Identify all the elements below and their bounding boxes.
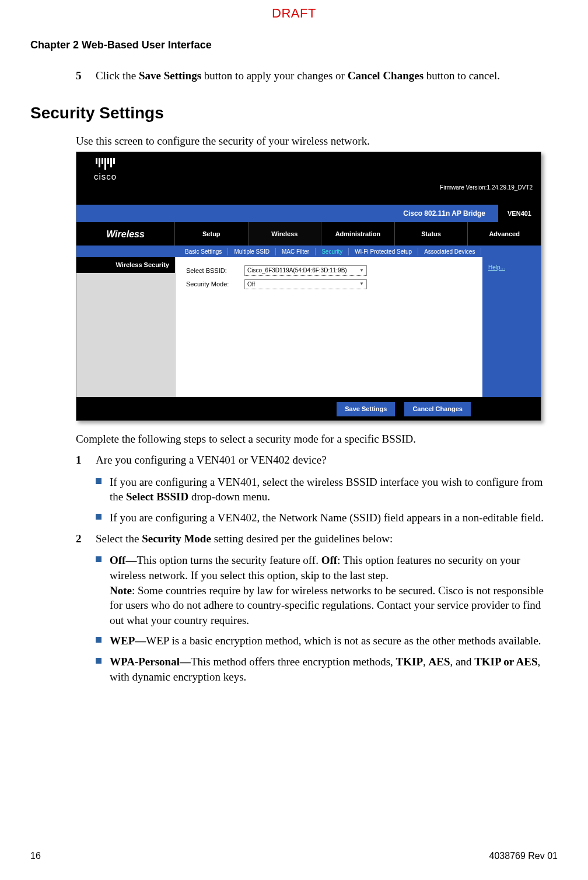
page-number: 16 xyxy=(30,850,41,863)
t: This option turns the security feature o… xyxy=(136,554,321,566)
subnav-basic[interactable]: Basic Settings xyxy=(179,248,228,256)
form-area: Select BSSID: Cisco_6F3D119A(54:D4:6F:3D… xyxy=(176,257,482,397)
t: : Some countries require by law for wire… xyxy=(110,584,544,626)
tab-status[interactable]: Status xyxy=(394,222,468,246)
label-security-mode: Security Mode: xyxy=(186,280,244,289)
t-bold: Save Settings xyxy=(139,69,201,82)
t: button to cancel. xyxy=(424,69,500,82)
product-bar: Cisco 802.11n AP Bridge VEN401 xyxy=(76,205,541,222)
bullet-ven402: If you are configuring a VEN402, the Net… xyxy=(96,510,558,525)
bullet-text: If you are configuring a VEN401, select … xyxy=(110,475,558,504)
t: button to apply your changes or xyxy=(201,69,348,82)
select-bssid-value: Cisco_6F3D119A(54:D4:6F:3D:11:9B) xyxy=(247,267,347,275)
select-security-mode[interactable]: Off ▼ xyxy=(244,279,367,290)
t-bold: WEP— xyxy=(110,634,146,647)
t-bold: TKIP xyxy=(396,655,423,668)
subnav-wps[interactable]: Wi-Fi Protected Setup xyxy=(349,248,418,256)
steps-intro: Complete the following steps to select a… xyxy=(76,432,558,447)
step-number: 2 xyxy=(76,531,96,546)
product-name: Cisco 802.11n AP Bridge xyxy=(403,209,498,218)
section-intro: Use this screen to configure the securit… xyxy=(30,134,558,149)
nav-title: Wireless xyxy=(76,222,174,246)
subnav-security[interactable]: Security xyxy=(316,248,349,256)
left-column: Wireless Security xyxy=(76,257,176,397)
cisco-text: cisco xyxy=(94,171,117,183)
shot-header: cisco Firmware Version:1.24.29.19_DVT2 xyxy=(76,152,541,205)
square-bullet-icon xyxy=(96,637,102,643)
doc-revision: 4038769 Rev 01 xyxy=(489,850,558,863)
t-bold: Security Mode xyxy=(142,532,211,545)
t: This method offers three encryption meth… xyxy=(191,655,396,668)
sub-nav: Basic Settings Multiple SSID MAC Filter … xyxy=(76,246,541,257)
t: , xyxy=(423,655,429,668)
step-2: 2 Select the Security Mode setting desir… xyxy=(76,531,558,546)
model-badge: VEN401 xyxy=(498,205,541,222)
bullet-text: Off—This option turns the security featu… xyxy=(110,553,558,627)
t: WEP is a basic encryption method, which … xyxy=(146,634,541,647)
bullet-text: WPA-Personal—This method offers three en… xyxy=(110,654,558,684)
page-footer: 16 4038769 Rev 01 xyxy=(30,850,558,863)
t: drop-down menu. xyxy=(188,490,270,503)
select-bssid[interactable]: Cisco_6F3D119A(54:D4:6F:3D:11:9B) ▼ xyxy=(244,265,367,276)
firmware-version: Firmware Version:1.24.29.19_DVT2 xyxy=(440,184,533,192)
subnav-multiple-ssid[interactable]: Multiple SSID xyxy=(228,248,276,256)
step-1: 1 Are you configuring a VEN401 or VEN402… xyxy=(76,453,558,468)
square-bullet-icon xyxy=(96,556,102,562)
t: Select the xyxy=(96,532,142,545)
post-screenshot-text: Complete the following steps to select a… xyxy=(30,432,558,684)
section-heading: Security Settings xyxy=(30,102,558,124)
select-mode-value: Off xyxy=(247,281,255,289)
subnav-mac-filter[interactable]: MAC Filter xyxy=(276,248,316,256)
t: , and xyxy=(450,655,474,668)
help-link[interactable]: Help... xyxy=(488,264,505,271)
bullet-text: If you are configuring a VEN402, the Net… xyxy=(110,510,558,525)
t: setting desired per the guidelines below… xyxy=(211,532,393,545)
chevron-down-icon: ▼ xyxy=(359,268,364,274)
bullet-wep: WEP—WEP is a basic encryption method, wh… xyxy=(96,633,558,648)
t-bold: Note xyxy=(110,584,132,597)
button-row: Save Settings Cancel Changes xyxy=(76,397,541,420)
step-text: Select the Security Mode setting desired… xyxy=(96,531,558,546)
t-bold: Select BSSID xyxy=(126,490,188,503)
chapter-heading: Chapter 2 Web-Based User Interface xyxy=(30,38,558,52)
tab-administration[interactable]: Administration xyxy=(321,222,394,246)
t-bold: Off— xyxy=(110,554,136,566)
save-settings-button[interactable]: Save Settings xyxy=(337,402,395,416)
tab-setup[interactable]: Setup xyxy=(174,222,248,246)
bullet-text: WEP—WEP is a basic encryption method, wh… xyxy=(110,633,558,648)
screenshot-wireless-security: cisco Firmware Version:1.24.29.19_DVT2 C… xyxy=(76,152,541,421)
t-bold: AES xyxy=(429,655,450,668)
tab-advanced[interactable]: Advanced xyxy=(467,222,541,246)
help-column: Help... xyxy=(482,257,541,397)
cisco-logo: cisco xyxy=(94,158,117,183)
t-bold: Cancel Changes xyxy=(348,69,424,82)
chevron-down-icon: ▼ xyxy=(359,281,364,288)
cancel-changes-button[interactable]: Cancel Changes xyxy=(404,402,471,416)
panel: Wireless Security Select BSSID: Cisco_6F… xyxy=(76,257,541,397)
main-nav: Wireless Setup Wireless Administration S… xyxy=(76,222,541,246)
t-bold: WPA-Personal— xyxy=(110,655,191,668)
cisco-bars-icon xyxy=(94,158,117,170)
left-header: Wireless Security xyxy=(76,257,175,273)
step-5: 5 Click the Save Settings button to appl… xyxy=(76,68,558,83)
step-number: 1 xyxy=(76,453,96,468)
label-bssid: Select BSSID: xyxy=(186,267,244,275)
bullet-wpa: WPA-Personal—This method offers three en… xyxy=(96,654,558,684)
bullet-off: Off—This option turns the security featu… xyxy=(96,553,558,627)
step-text: Are you configuring a VEN401 or VEN402 d… xyxy=(96,453,558,468)
nav-tabs: Setup Wireless Administration Status Adv… xyxy=(174,222,541,246)
square-bullet-icon xyxy=(96,658,102,664)
t-bold: Off xyxy=(321,554,337,566)
subnav-associated[interactable]: Associated Devices xyxy=(418,248,481,256)
draft-watermark: DRAFT xyxy=(272,5,316,22)
t: Click the xyxy=(96,69,139,82)
tab-wireless[interactable]: Wireless xyxy=(248,222,321,246)
bullet-ven401: If you are configuring a VEN401, select … xyxy=(96,475,558,504)
step-number: 5 xyxy=(76,68,96,83)
square-bullet-icon xyxy=(96,514,102,520)
t-bold: TKIP or AES xyxy=(474,655,537,668)
step-text: Click the Save Settings button to apply … xyxy=(96,68,558,83)
square-bullet-icon xyxy=(96,478,102,484)
